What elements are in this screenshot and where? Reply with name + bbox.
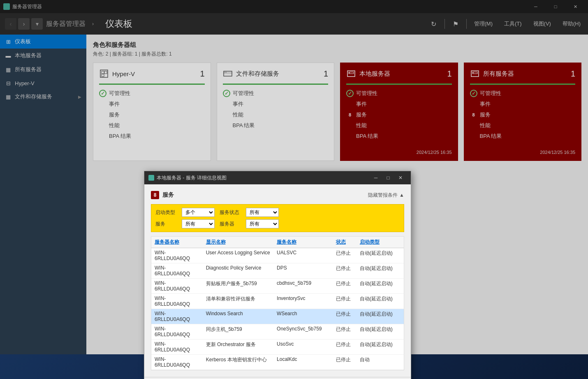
td-name-5: OneSyncSvc_5b759 bbox=[273, 324, 333, 339]
td-start-7: 自动 bbox=[357, 355, 404, 370]
td-start-4: 自动(延迟启动) bbox=[357, 309, 404, 324]
td-start-5: 自动(延迟启动) bbox=[357, 324, 404, 339]
filter-bar: 启动类型 多个 服务状态 所有 服务 所有 服务器 所有 bbox=[151, 204, 404, 232]
td-start-1: 自动(延迟启动) bbox=[357, 263, 404, 278]
th-status[interactable]: 状态 bbox=[333, 237, 357, 248]
dialog-minimize-btn[interactable]: ─ bbox=[370, 171, 382, 184]
dialog-section-title: 8 服务 bbox=[151, 191, 174, 199]
th-display[interactable]: 显示名称 bbox=[203, 237, 273, 248]
collapse-label: 隐藏警报条件 bbox=[368, 192, 398, 199]
td-server-2: WIN-6RLLDU0A6QQ bbox=[151, 279, 203, 293]
td-server-6: WIN-6RLLDU0A6QQ bbox=[151, 339, 203, 354]
dialog-footer: 转到 本地服务器(G) 确定 取消 bbox=[144, 377, 411, 379]
th-server[interactable]: 服务器名称 bbox=[151, 237, 203, 248]
td-name-4: WSearch bbox=[273, 309, 333, 324]
th-start[interactable]: 启动类型 bbox=[357, 237, 404, 248]
td-status-6: 已停止 bbox=[333, 339, 357, 354]
dialog-title: 本地服务器 - 服务 详细信息视图 bbox=[157, 174, 367, 181]
dialog-controls: ─ □ ✕ bbox=[370, 171, 407, 184]
td-start-2: 自动(延迟启动) bbox=[357, 279, 404, 293]
table-row[interactable]: WIN-6RLLDU0A6QQ 同步主机_5b759 OneSyncSvc_5b… bbox=[151, 324, 404, 339]
td-server-7: WIN-6RLLDU0A6QQ bbox=[151, 355, 203, 370]
td-display-5: 同步主机_5b759 bbox=[203, 324, 273, 339]
table-row[interactable]: WIN-6RLLDU0A6QQ 更新 Orchestrator 服务 UsoSv… bbox=[151, 339, 404, 355]
td-name-7: LocalKdc bbox=[273, 355, 333, 370]
service-select[interactable]: 所有 bbox=[182, 219, 215, 228]
dialog-section-label: 服务 bbox=[162, 191, 174, 199]
td-display-6: 更新 Orchestrator 服务 bbox=[203, 339, 273, 354]
td-name-0: UALSVC bbox=[273, 248, 333, 263]
table-row[interactable]: WIN-6RLLDU0A6QQ Diagnostic Policy Servic… bbox=[151, 263, 404, 279]
table-row[interactable]: WIN-6RLLDU0A6QQ User Access Logging Serv… bbox=[151, 248, 404, 263]
td-display-7: Kerberos 本地密钥发行中心 bbox=[203, 355, 273, 370]
td-name-2: cbdhsvc_5b759 bbox=[273, 279, 333, 293]
table-row[interactable]: WIN-6RLLDU0A6QQ Kerberos 本地密钥发行中心 LocalK… bbox=[151, 355, 404, 370]
filter-row-2: 服务 所有 服务器 所有 bbox=[155, 219, 400, 228]
td-status-1: 已停止 bbox=[333, 263, 357, 278]
td-status-0: 已停止 bbox=[333, 248, 357, 263]
th-name[interactable]: 服务名称 bbox=[273, 237, 333, 248]
table-row-highlight[interactable]: WIN-6RLLDU0A6QQ Windows Search WSearch 已… bbox=[151, 309, 404, 324]
td-display-0: User Access Logging Service bbox=[203, 248, 273, 263]
td-name-1: DPS bbox=[273, 263, 333, 278]
td-display-3: 清单和兼容性评估服务 bbox=[203, 294, 273, 309]
td-start-6: 自动(延迟启动) bbox=[357, 339, 404, 354]
td-display-4: Windows Search bbox=[203, 309, 273, 324]
td-display-1: Diagnostic Policy Service bbox=[203, 263, 273, 278]
dialog-titlebar: 本地服务器 - 服务 详细信息视图 ─ □ ✕ bbox=[144, 171, 411, 184]
table-header: 服务器名称 显示名称 服务名称 状态 启动类型 bbox=[151, 237, 404, 248]
td-name-6: UsoSvc bbox=[273, 339, 333, 354]
dialog-collapse-btn[interactable]: 隐藏警报条件 ▲ bbox=[368, 192, 404, 199]
service-status-label: 服务状态 bbox=[220, 209, 241, 216]
service-dialog: 本地服务器 - 服务 详细信息视图 ─ □ ✕ 8 服务 隐藏警报条件 ▲ 启动… bbox=[144, 171, 411, 379]
service-status-select[interactable]: 所有 bbox=[246, 208, 279, 217]
server-label: 服务器 bbox=[220, 221, 241, 228]
server-select[interactable]: 所有 bbox=[246, 219, 279, 228]
start-type-label: 启动类型 bbox=[155, 209, 177, 216]
dialog-body: 8 服务 隐藏警报条件 ▲ 启动类型 多个 服务状态 所有 服务 bbox=[144, 184, 411, 377]
td-name-3: InventorySvc bbox=[273, 294, 333, 309]
dialog-badge: 8 bbox=[151, 191, 159, 199]
td-status-7: 已停止 bbox=[333, 355, 357, 370]
td-server-1: WIN-6RLLDU0A6QQ bbox=[151, 263, 203, 278]
filter-row-1: 启动类型 多个 服务状态 所有 bbox=[155, 208, 400, 217]
service-table: 服务器名称 显示名称 服务名称 状态 启动类型 WIN-6RLLDU0A6QQ … bbox=[151, 236, 404, 370]
td-server-3: WIN-6RLLDU0A6QQ bbox=[151, 294, 203, 309]
td-server-0: WIN-6RLLDU0A6QQ bbox=[151, 248, 203, 263]
table-row[interactable]: WIN-6RLLDU0A6QQ 剪贴板用户服务_5b759 cbdhsvc_5b… bbox=[151, 279, 404, 294]
td-server-4: WIN-6RLLDU0A6QQ bbox=[151, 309, 203, 324]
td-status-4: 已停止 bbox=[333, 309, 357, 324]
td-start-3: 自动(延迟启动) bbox=[357, 294, 404, 309]
service-label: 服务 bbox=[155, 221, 177, 228]
table-row[interactable]: WIN-6RLLDU0A6QQ 清单和兼容性评估服务 InventorySvc … bbox=[151, 294, 404, 309]
td-server-5: WIN-6RLLDU0A6QQ bbox=[151, 324, 203, 339]
dialog-maximize-btn[interactable]: □ bbox=[382, 171, 394, 184]
start-type-select[interactable]: 多个 bbox=[182, 208, 215, 217]
td-display-2: 剪贴板用户服务_5b759 bbox=[203, 279, 273, 293]
td-status-3: 已停止 bbox=[333, 294, 357, 309]
dialog-close-btn[interactable]: ✕ bbox=[394, 171, 407, 184]
collapse-icon: ▲ bbox=[399, 192, 404, 198]
td-status-5: 已停止 bbox=[333, 324, 357, 339]
dialog-section-header: 8 服务 隐藏警报条件 ▲ bbox=[151, 191, 404, 199]
dialog-title-icon bbox=[148, 175, 154, 181]
td-start-0: 自动(延迟启动) bbox=[357, 248, 404, 263]
td-status-2: 已停止 bbox=[333, 279, 357, 293]
